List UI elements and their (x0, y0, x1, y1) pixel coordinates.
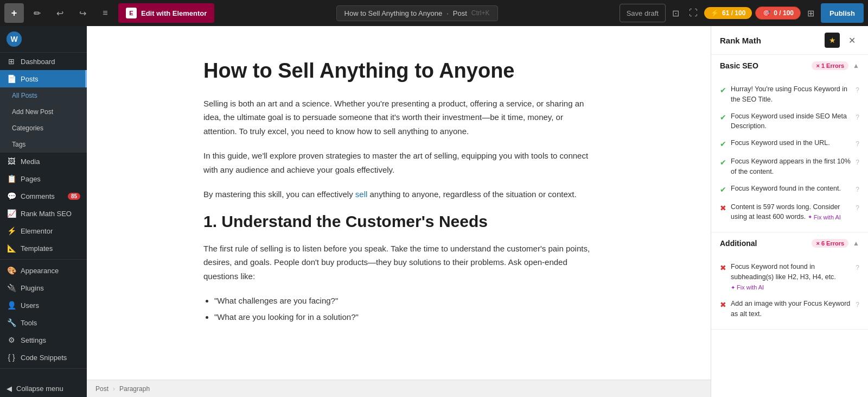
elementor-icon: E (126, 8, 137, 18)
wp-logo: W (7, 31, 22, 47)
sidebar-divider-bottom (0, 368, 87, 369)
basic-seo-error-badge: × 1 Errors (812, 61, 848, 70)
seo-score-green-badge[interactable]: ⚡ 61 / 100 (704, 7, 752, 19)
edit-with-elementor-button[interactable]: E Edit with Elementor (118, 3, 214, 23)
sidebar: W ⊞ Dashboard 📄 Posts All Posts Add New … (0, 26, 87, 397)
sidebar-item-codesnippets[interactable]: { } Code Snippets (0, 349, 87, 366)
rm-item-content-words: ✖ Content is 597 words long. Consider us… (720, 199, 859, 226)
sidebar-item-appearance[interactable]: 🎨 Appearance (0, 262, 87, 279)
post-title-bar[interactable]: How to Sell Anything to Anyone · Post Ct… (336, 5, 498, 21)
list-item[interactable]: "What are you looking for in a solution?… (214, 310, 594, 324)
sidebar-item-label: Plugins (21, 284, 44, 292)
sidebar-submenu-posts: All Posts Add New Post Categories Tags (0, 87, 87, 153)
basic-seo-chevron-icon: ▲ (853, 62, 859, 70)
view-icon-button[interactable]: ⊡ (669, 6, 682, 21)
rankmath-additional-header[interactable]: Additional × 6 Errors ▲ (711, 232, 868, 254)
help-icon[interactable]: ? (856, 185, 859, 194)
editor-canvas-inner: How to Sell Anything to Anyone Selling i… (203, 59, 594, 324)
sidebar-collapse-button[interactable]: ◀ Collapse menu (0, 380, 87, 397)
rm-item-focus-keyword-content: ✔ Focus Keyword found in the content. ? (720, 180, 859, 199)
list-view-button[interactable]: ≡ (95, 3, 115, 23)
sidebar-item-label: Templates (21, 244, 53, 253)
help-icon[interactable]: ? (856, 112, 859, 122)
additional-error-badge: × 6 Errors (812, 239, 848, 248)
help-icon[interactable]: ? (856, 139, 859, 149)
publish-button[interactable]: Publish (821, 3, 864, 23)
rm-item-focus-keyword-url: ✔ Focus Keyword used in the URL. ? (720, 135, 859, 153)
sidebar-item-settings[interactable]: ⚙ Settings (0, 331, 87, 349)
codesnippets-icon: { } (7, 353, 16, 362)
sidebar-item-users[interactable]: 👤 Users (0, 297, 87, 314)
editor-statusbar: Post › Paragraph (87, 380, 711, 397)
rankmath-close-button[interactable]: ✕ (844, 33, 859, 48)
rankmath-basic-seo-header[interactable]: Basic SEO × 1 Errors ▲ (711, 55, 868, 77)
basic-seo-items: ✔ Hurray! You're using Focus Keyword in … (711, 77, 868, 232)
post-paragraph-1[interactable]: Selling is both an art and a science. Wh… (203, 97, 594, 138)
sidebar-item-dashboard[interactable]: ⊞ Dashboard (0, 53, 87, 70)
editor-canvas[interactable]: How to Sell Anything to Anyone Selling i… (87, 26, 711, 380)
sidebar-divider (0, 259, 87, 260)
rm-item-focus-image-alt: ✖ Add an image with your Focus Keyword a… (720, 295, 859, 323)
post-subheading-1[interactable]: 1. Understand the Customer's Needs (203, 212, 594, 231)
sidebar-item-label: Tags (12, 141, 25, 148)
sidebar-item-label: Users (21, 301, 39, 310)
sidebar-item-plugins[interactable]: 🔌 Plugins (0, 279, 87, 297)
settings-icon: ⚙ (7, 336, 16, 344)
rm-item-text: Focus Keyword not found in subheading(s)… (731, 262, 851, 292)
sidebar-item-label: Categories (12, 124, 43, 132)
post-main-heading[interactable]: How to Sell Anything to Anyone (203, 59, 594, 84)
dashboard-icon: ⊞ (7, 57, 16, 66)
sidebar-item-pages[interactable]: 📋 Pages (0, 170, 87, 187)
post-list: "What challenges are you facing?" "What … (214, 294, 594, 324)
undo-button[interactable]: ↩ (50, 3, 69, 23)
sidebar-item-all-posts[interactable]: All Posts (0, 87, 87, 104)
sidebar-item-label: Settings (21, 336, 46, 344)
sidebar-item-rankmath[interactable]: 📈 Rank Math SEO (0, 205, 87, 222)
rm-item-text: Content is 597 words long. Consider usin… (731, 202, 851, 223)
help-icon[interactable]: ? (856, 300, 859, 310)
statusbar-post-label[interactable]: Post (95, 385, 108, 393)
rm-item-focus-subheading: ✖ Focus Keyword not found in subheading(… (720, 259, 859, 295)
sidebar-item-templates[interactable]: 📐 Templates (0, 240, 87, 257)
help-icon[interactable]: ? (856, 203, 859, 213)
media-icon: 🖼 (7, 157, 16, 166)
redo-button[interactable]: ↪ (73, 3, 92, 23)
comments-icon: 💬 (7, 192, 16, 200)
pages-icon: 📋 (7, 174, 16, 183)
additional-title: Additional (720, 239, 807, 248)
sidebar-item-posts[interactable]: 📄 Posts (0, 70, 87, 87)
fix-with-ai-button[interactable]: ✦ Fix with AI (808, 214, 841, 220)
help-icon[interactable]: ? (856, 157, 859, 167)
help-icon[interactable]: ? (856, 85, 859, 95)
list-item[interactable]: "What challenges are you facing?" (214, 294, 594, 308)
add-block-button[interactable]: + (4, 3, 24, 23)
statusbar-block-label[interactable]: Paragraph (119, 385, 150, 393)
settings-panel-toggle[interactable]: ⊞ (804, 6, 818, 21)
sidebar-item-label: Code Snippets (21, 354, 67, 362)
additional-chevron-icon: ▲ (853, 240, 859, 247)
post-paragraph-2[interactable]: In this guide, we'll explore proven stra… (203, 149, 594, 177)
sidebar-item-comments[interactable]: 💬 Comments 85 (0, 187, 87, 205)
sidebar-item-categories[interactable]: Categories (0, 120, 87, 136)
rankmath-header: Rank Math ★ ✕ (711, 26, 868, 55)
post-paragraph-3[interactable]: By mastering this skill, you can effecti… (203, 187, 594, 201)
sidebar-item-tags[interactable]: Tags (0, 136, 87, 153)
help-icon[interactable]: ? (856, 263, 859, 273)
sidebar-item-add-new-post[interactable]: Add New Post (0, 104, 87, 120)
sidebar-item-media[interactable]: 🖼 Media (0, 153, 87, 170)
edit-mode-button[interactable]: ✏ (27, 3, 47, 23)
sidebar-item-label: Dashboard (21, 58, 55, 66)
templates-icon: 📐 (7, 244, 16, 253)
sidebar-item-tools[interactable]: 🔧 Tools (0, 314, 87, 331)
post-paragraph-4[interactable]: The first rule of selling is to listen b… (203, 242, 594, 283)
statusbar-separator: › (113, 385, 115, 393)
fix-with-ai-button-2[interactable]: ✦ Fix with AI (731, 284, 764, 291)
sidebar-item-elementor[interactable]: ⚡ Elementor (0, 222, 87, 240)
save-draft-button[interactable]: Save draft (620, 4, 666, 22)
content-area: How to Sell Anything to Anyone Selling i… (87, 26, 711, 397)
seo-score-red-badge[interactable]: 🎯 0 / 100 (755, 7, 801, 20)
fullscreen-icon-button[interactable]: ⛶ (686, 6, 701, 20)
cross-circle-icon: ✖ (720, 299, 726, 311)
rankmath-star-button[interactable]: ★ (825, 33, 840, 48)
check-circle-icon: ✔ (720, 157, 726, 168)
